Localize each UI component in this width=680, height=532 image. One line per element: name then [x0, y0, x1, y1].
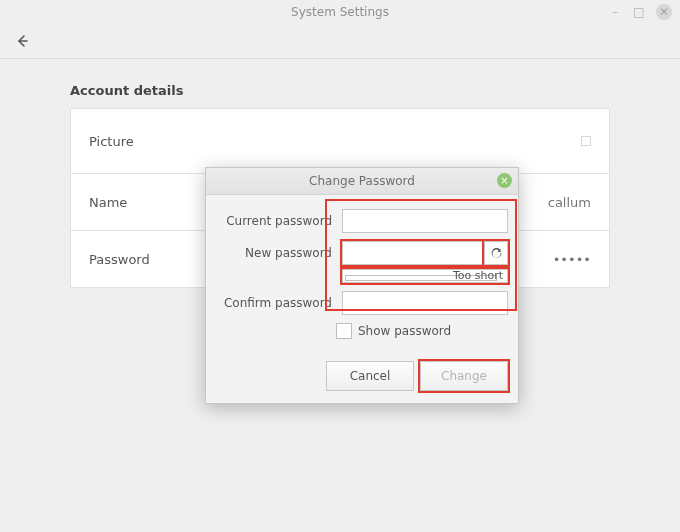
new-password-input[interactable]: [342, 241, 484, 265]
show-password-checkbox[interactable]: [336, 323, 352, 339]
generate-password-button[interactable]: [484, 241, 508, 265]
refresh-icon: [490, 247, 503, 260]
close-icon[interactable]: ×: [656, 4, 672, 20]
password-strength-label: Too short: [453, 269, 503, 282]
new-password-field: [342, 241, 508, 265]
dialog-titlebar: Change Password ×: [206, 168, 518, 195]
avatar[interactable]: [581, 136, 591, 146]
section-heading: Account details: [70, 83, 610, 98]
picture-label: Picture: [71, 109, 367, 174]
maximize-icon[interactable]: □: [632, 5, 646, 19]
dialog-title: Change Password: [309, 174, 415, 188]
minimize-icon[interactable]: –: [608, 5, 622, 19]
table-row: Picture: [71, 109, 610, 174]
password-strength-meter: Too short: [342, 269, 508, 283]
toolbar: [0, 24, 680, 59]
show-password-label: Show password: [358, 324, 451, 338]
picture-cell[interactable]: [367, 109, 610, 174]
change-button[interactable]: Change: [420, 361, 508, 391]
confirm-password-input[interactable]: [342, 291, 508, 315]
cancel-button[interactable]: Cancel: [326, 361, 414, 391]
window-title: System Settings: [291, 5, 389, 19]
back-button[interactable]: [10, 29, 34, 53]
change-password-dialog: Change Password × Current password New p…: [205, 167, 519, 404]
dialog-close-icon[interactable]: ×: [497, 173, 512, 188]
current-password-input[interactable]: [342, 209, 508, 233]
confirm-password-label: Confirm password: [216, 296, 342, 310]
window-titlebar: System Settings – □ ×: [0, 0, 680, 24]
current-password-label: Current password: [216, 214, 342, 228]
new-password-label: New password: [216, 246, 342, 260]
